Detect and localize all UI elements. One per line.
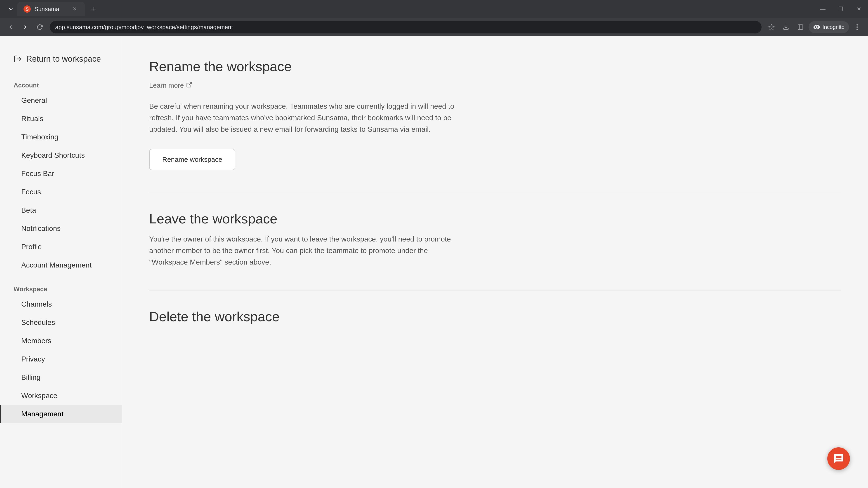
svg-point-6 <box>857 29 858 30</box>
sidebar-item-focus-bar[interactable]: Focus Bar <box>0 164 122 183</box>
menu-icon[interactable] <box>851 21 864 33</box>
sidebar-item-channels[interactable]: Channels <box>0 295 122 313</box>
sidebar-item-workspace[interactable]: Workspace <box>0 387 122 405</box>
sidebar-icon[interactable] <box>794 21 807 33</box>
forward-button[interactable] <box>19 21 32 33</box>
return-icon <box>13 55 22 63</box>
sidebar: Return to workspace Account General Ritu… <box>0 36 122 488</box>
close-button[interactable]: ✕ <box>850 0 868 18</box>
svg-line-8 <box>189 83 192 86</box>
workspace-section-label: Workspace <box>0 281 122 295</box>
delete-title: Delete the workspace <box>149 309 511 324</box>
return-to-workspace-button[interactable]: Return to workspace <box>0 50 122 68</box>
learn-more-text: Learn more <box>149 82 184 89</box>
browser-toolbar: app.sunsama.com/group/moodjoy_workspace/… <box>0 18 868 36</box>
page-content: Return to workspace Account General Ritu… <box>0 36 868 488</box>
incognito-button[interactable]: Incognito <box>809 21 849 33</box>
delete-workspace-section: Delete the workspace <box>149 309 511 324</box>
sidebar-item-focus[interactable]: Focus <box>0 183 122 201</box>
sidebar-item-keyboard-shortcuts[interactable]: Keyboard Shortcuts <box>0 146 122 164</box>
sidebar-item-privacy[interactable]: Privacy <box>0 350 122 368</box>
window-controls: — ❐ ✕ <box>814 0 868 18</box>
account-section-label: Account <box>0 77 122 91</box>
svg-point-5 <box>857 26 858 28</box>
rename-title: Rename the workspace <box>149 59 511 74</box>
external-link-icon <box>186 82 192 89</box>
sidebar-item-profile[interactable]: Profile <box>0 238 122 256</box>
return-label: Return to workspace <box>26 54 101 64</box>
maximize-button[interactable]: ❐ <box>832 0 850 18</box>
tab-favicon: S <box>24 5 31 13</box>
browser-chrome: S Sunsama ✕ + — ❐ ✕ <box>0 0 868 36</box>
sidebar-item-rituals[interactable]: Rituals <box>0 109 122 128</box>
download-icon[interactable] <box>780 21 792 33</box>
tab-bar: S Sunsama ✕ + — ❐ ✕ <box>0 0 868 18</box>
url-text: app.sunsama.com/group/moodjoy_workspace/… <box>55 24 756 31</box>
sidebar-item-billing[interactable]: Billing <box>0 368 122 387</box>
svg-rect-2 <box>798 25 803 30</box>
rename-workspace-section: Rename the workspace Learn more Be caref… <box>149 59 511 170</box>
toolbar-icons: Incognito <box>765 21 864 33</box>
reload-button[interactable] <box>33 21 46 33</box>
tab-title: Sunsama <box>34 6 67 13</box>
active-tab[interactable]: S Sunsama ✕ <box>17 2 85 16</box>
sidebar-item-account-management[interactable]: Account Management <box>0 256 122 274</box>
chat-support-button[interactable] <box>827 447 850 470</box>
tab-group-button[interactable] <box>4 3 17 15</box>
minimize-button[interactable]: — <box>814 0 832 18</box>
new-tab-button[interactable]: + <box>87 3 99 15</box>
leave-workspace-section: Leave the workspace You're the owner of … <box>149 211 511 268</box>
sidebar-item-members[interactable]: Members <box>0 332 122 350</box>
sidebar-item-timeboxing[interactable]: Timeboxing <box>0 128 122 146</box>
svg-point-4 <box>857 24 858 26</box>
rename-workspace-button[interactable]: Rename workspace <box>149 149 235 170</box>
address-bar[interactable]: app.sunsama.com/group/moodjoy_workspace/… <box>50 21 762 33</box>
sidebar-item-schedules[interactable]: Schedules <box>0 313 122 332</box>
leave-description: You're the owner of this workspace. If y… <box>149 233 466 268</box>
section-divider-1 <box>149 193 841 193</box>
sidebar-item-general[interactable]: General <box>0 91 122 109</box>
back-button[interactable] <box>4 21 17 33</box>
sidebar-item-notifications[interactable]: Notifications <box>0 219 122 238</box>
learn-more-link[interactable]: Learn more <box>149 82 192 89</box>
incognito-label: Incognito <box>823 24 844 30</box>
sidebar-item-beta[interactable]: Beta <box>0 201 122 219</box>
sidebar-item-management[interactable]: Management <box>0 405 122 423</box>
svg-marker-0 <box>769 24 774 29</box>
leave-title: Leave the workspace <box>149 211 511 227</box>
tab-close-button[interactable]: ✕ <box>70 5 79 13</box>
main-content: Rename the workspace Learn more Be caref… <box>122 36 868 488</box>
rename-description: Be careful when renaming your workspace.… <box>149 101 466 135</box>
bookmark-icon[interactable] <box>765 21 778 33</box>
